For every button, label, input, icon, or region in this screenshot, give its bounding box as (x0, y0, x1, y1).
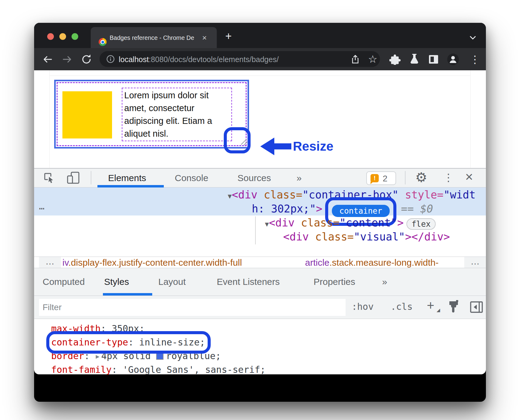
breadcrumb-item[interactable]: iv.display-flex.justify-content-center.w… (62, 257, 242, 268)
dom-code: class= (264, 189, 302, 201)
breadcrumb-classes: .stack.measure-long.width- (329, 257, 438, 268)
issues-counter-button[interactable]: ! 2 (366, 171, 396, 185)
close-window-button[interactable] (47, 33, 54, 40)
issues-count: 2 (383, 174, 388, 184)
device-toolbar-icon[interactable] (66, 171, 81, 185)
forward-icon[interactable] (62, 54, 72, 65)
dom-indent-guide (255, 216, 256, 244)
tab-elements[interactable]: Elements (108, 173, 146, 183)
side-panel-icon[interactable] (428, 54, 439, 64)
breadcrumb-overflow-left[interactable]: … (39, 257, 61, 268)
url-text: localhost:8080/docs/devtools/elements/ba… (119, 55, 279, 64)
toggle-sidebar-panel-icon[interactable] (469, 301, 483, 313)
extensions-puzzle-icon[interactable] (389, 54, 401, 66)
dom-line-visual[interactable]: <div class="visual"></div> (283, 230, 450, 244)
css-declaration-font-family[interactable]: font-family: 'Google Sans', sans-serif; (51, 364, 265, 376)
issues-icon: ! (371, 174, 379, 182)
page-divider (49, 70, 50, 168)
hover-state-toggle[interactable]: :hov (352, 301, 374, 312)
tab-properties[interactable]: Properties (314, 277, 355, 287)
page-divider (49, 75, 471, 76)
tab-sources[interactable]: Sources (237, 173, 271, 183)
labs-flask-icon[interactable] (409, 53, 420, 65)
tab-close-icon[interactable]: × (202, 34, 207, 42)
devtools-menu-icon[interactable]: ⋮ (443, 171, 454, 184)
tab-strip: Badges reference - Chrome De × + (34, 23, 486, 48)
dom-code: > (316, 203, 322, 215)
toolbar-separator (405, 171, 406, 184)
resize-annotation-ring (224, 127, 251, 153)
equals-dollar-zero: == $0 (401, 202, 433, 216)
tab-styles[interactable]: Styles (104, 277, 129, 287)
container-type-annotation-ring (46, 331, 211, 354)
expand-arrow-icon[interactable]: ▼ (265, 220, 269, 228)
browser-window: Badges reference - Chrome De × + (34, 23, 486, 402)
dom-code: == (401, 203, 420, 215)
css-value: 'Google Sans', sans-serif; (123, 364, 266, 375)
back-icon[interactable] (42, 54, 53, 65)
settings-gear-icon[interactable]: ⚙ (415, 170, 427, 185)
dom-code: > (397, 217, 404, 229)
breadcrumb-classes: .display-flex.justify-content-center.wid… (68, 257, 242, 268)
filter-input[interactable] (39, 299, 346, 316)
browser-tab[interactable]: Badges reference - Chrome De × (91, 27, 217, 48)
zoom-window-button[interactable] (72, 33, 78, 40)
more-tabs-icon[interactable]: » (297, 173, 302, 183)
inspect-icon[interactable] (43, 172, 55, 184)
page-viewport: Lorem ipsum dolor sit amet, consectetur … (34, 70, 486, 168)
devtools-close-icon[interactable]: × (465, 169, 473, 184)
share-icon[interactable] (351, 54, 360, 64)
site-info-icon[interactable] (106, 55, 115, 63)
minimize-window-button[interactable] (59, 33, 66, 40)
dom-code: "visual" (354, 231, 405, 243)
dom-code: > (405, 231, 411, 243)
breadcrumb-tag: iv (62, 257, 68, 268)
reload-icon[interactable] (81, 54, 92, 65)
dom-code: "widt (444, 189, 476, 201)
tab-layout[interactable]: Layout (158, 277, 186, 287)
tab-computed[interactable]: Computed (43, 277, 85, 287)
tab-event-listeners[interactable]: Event Listeners (217, 277, 280, 287)
tab-console[interactable]: Console (175, 173, 208, 183)
url-host: localhost (119, 55, 149, 64)
dom-code: <div (283, 231, 315, 243)
disclosure-triangle-icon[interactable]: ▶ (96, 353, 100, 360)
bookmark-star-icon[interactable]: ☆ (368, 53, 377, 65)
rendering-paintbrush-icon[interactable] (447, 300, 460, 315)
more-tabs-icon[interactable]: » (382, 277, 387, 287)
active-tab-underline (103, 293, 152, 296)
dom-code: class= (301, 217, 339, 229)
flex-badge[interactable]: flex (406, 218, 436, 230)
dom-overflow-ellipsis[interactable]: … (39, 201, 45, 212)
breadcrumb-overflow-right[interactable]: … (464, 257, 486, 268)
tab-title: Badges reference - Chrome De (110, 34, 201, 42)
dom-line-container-box-wrap[interactable]: h: 302px;"> (252, 202, 322, 216)
toolbar-separator (91, 171, 91, 184)
expand-arrow-icon[interactable]: ▼ (228, 192, 232, 200)
styles-sidebar-tabs: Computed Styles Layout Event Listeners P… (34, 268, 486, 296)
new-tab-button[interactable]: + (225, 31, 232, 42)
tab-search-chevron-down-icon[interactable] (468, 34, 477, 42)
css-property: font-family (51, 364, 112, 375)
dom-code: "content" (339, 217, 397, 229)
new-style-rule-button[interactable]: + (427, 298, 434, 313)
breadcrumb: … iv.display-flex.justify-content-center… (34, 257, 486, 268)
lorem-text: Lorem ipsum dolor sit amet, consectetur … (124, 89, 212, 140)
avatar[interactable] (447, 53, 459, 65)
active-tab-underline (97, 185, 164, 187)
page-divider (470, 70, 471, 168)
class-toggle[interactable]: .cls (391, 301, 413, 312)
screenshot-stage: Badges reference - Chrome De × + (0, 0, 520, 420)
resize-annotation-arrow (260, 138, 291, 155)
url-bar[interactable]: localhost:8080/docs/devtools/elements/ba… (100, 51, 380, 67)
new-rule-corner-triangle-icon: ◢ (437, 307, 440, 313)
dom-code: h: 302px;" (252, 203, 316, 215)
lorem-text-box: Lorem ipsum dolor sit amet, consectetur … (122, 88, 232, 141)
css-sep: : (112, 364, 123, 375)
chrome-favicon-icon (99, 38, 107, 46)
browser-toolbar: localhost:8080/docs/devtools/elements/ba… (34, 48, 486, 70)
browser-menu-icon[interactable]: ⋮ (470, 53, 480, 65)
breadcrumb-item[interactable]: article.stack.measure-long.width- (305, 257, 439, 268)
dom-line-content[interactable]: ▼<div class="content"> (265, 216, 404, 231)
resize-annotation-label: Resize (293, 139, 333, 154)
